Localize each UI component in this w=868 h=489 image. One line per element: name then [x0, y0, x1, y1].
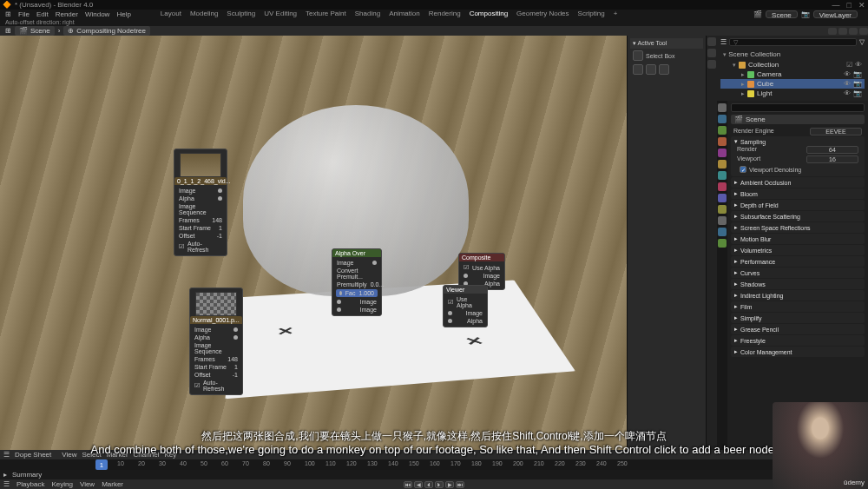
play-button[interactable]: ⏵ — [435, 481, 444, 488]
chevron-down-icon[interactable]: ▾ — [633, 40, 636, 46]
funnel-icon[interactable] — [859, 28, 868, 35]
field-offset[interactable]: Offset-1 — [192, 371, 240, 379]
render-icon[interactable]: 📷 — [853, 89, 862, 97]
prop-tab-constraints[interactable] — [718, 205, 727, 214]
render-engine-dropdown[interactable]: EEVEE — [810, 128, 862, 135]
field-frames[interactable]: Frames148 — [192, 355, 240, 363]
menu-file[interactable]: File — [18, 10, 30, 18]
section-performance[interactable]: ▸Performance — [734, 258, 861, 265]
tool-sub-icon-3[interactable] — [659, 64, 669, 75]
menu-playback[interactable]: Playback — [16, 480, 44, 488]
compositor-viewport[interactable]: 0_1_1_2_468_vid... Image Alpha Image Seq… — [0, 36, 627, 450]
visibility-icon[interactable]: 👁 — [844, 80, 851, 88]
workspace-geonodes[interactable]: Geometry Nodes — [516, 10, 569, 18]
checkbox-use-alpha[interactable]: ☑ Use Alpha — [445, 295, 485, 309]
section-curves[interactable]: ▸Curves — [734, 269, 861, 276]
node-image-2[interactable]: Normal_0001.p... Image Alpha Image Seque… — [189, 287, 243, 395]
jump-end-button[interactable]: ⏭ — [456, 481, 464, 488]
prop-tab-physics[interactable] — [718, 194, 727, 202]
render-icon[interactable]: 📷 — [853, 70, 862, 78]
breadcrumb-nodetree[interactable]: ⊕ Compositing Nodetree — [63, 26, 150, 36]
editor-type-dopesheet-icon[interactable]: ☰ — [3, 451, 10, 459]
outliner-scene-collection[interactable]: ▾ Scene Collection — [720, 49, 865, 60]
socket-image-2[interactable]: Image — [334, 306, 379, 314]
section-indirect[interactable]: ▸Indirect Lighting — [734, 292, 861, 299]
prop-tab-object[interactable] — [718, 160, 727, 169]
render-icon[interactable]: 👁 — [855, 61, 862, 69]
prop-tab-data[interactable] — [718, 216, 727, 225]
section-bloom[interactable]: ▸Bloom — [734, 190, 861, 197]
prop-tab-texture[interactable] — [718, 239, 727, 248]
workspace-layout[interactable]: Layout — [161, 10, 181, 18]
menu-edit[interactable]: Edit — [36, 10, 49, 18]
funnel-icon[interactable]: ▽ — [859, 38, 865, 46]
workspace-texture[interactable]: Texture Paint — [306, 10, 346, 18]
strip-icon-1[interactable] — [707, 37, 716, 46]
menu-marker[interactable]: Marker — [102, 480, 123, 488]
next-keyframe-button[interactable]: ▶ — [445, 481, 454, 488]
scene-selector[interactable]: Scene — [766, 10, 798, 18]
maximize-button[interactable]: □ — [847, 1, 852, 10]
select-box-icon[interactable] — [633, 50, 643, 61]
prop-tab-world[interactable] — [718, 149, 727, 157]
prop-tab-particles[interactable] — [718, 182, 727, 191]
menu-key[interactable]: Key — [164, 451, 176, 459]
section-dof[interactable]: ▸Depth of Field — [734, 202, 861, 208]
section-sampling[interactable]: ▾Sampling — [734, 138, 861, 145]
node-image-1[interactable]: 0_1_1_2_468_vid... Image Alpha Image Seq… — [174, 149, 227, 256]
node-viewer[interactable]: Viewer ☑ Use Alpha Image Alpha — [443, 285, 488, 327]
tool-button-2[interactable] — [838, 28, 847, 35]
checkbox-auto-refresh[interactable]: ☑ Auto-Refresh — [192, 379, 240, 393]
menu-select[interactable]: Select — [82, 451, 101, 459]
socket-alpha-out[interactable]: Alpha — [176, 195, 225, 202]
socket-image-out[interactable]: Image — [334, 259, 379, 267]
section-film[interactable]: ▸Film — [734, 303, 861, 310]
section-color-mgmt[interactable]: ▸Color Management — [734, 348, 861, 355]
field-convert-premul[interactable]: Convert Premult... — [334, 267, 379, 281]
properties-scene-label[interactable]: 🎬 Scene — [731, 115, 865, 124]
expand-icon[interactable]: ▸ — [3, 471, 7, 479]
tool-button-1[interactable] — [828, 28, 837, 35]
section-simplify[interactable]: ▸Simplify — [734, 314, 861, 321]
socket-image-1[interactable]: Image — [334, 298, 379, 306]
field-start[interactable]: Start Frame1 — [192, 363, 240, 371]
field-image-source[interactable]: Image Sequence — [192, 341, 240, 355]
tool-sub-icon-2[interactable] — [646, 64, 656, 75]
workspace-compositing[interactable]: Compositing — [470, 10, 508, 18]
menu-view[interactable]: View — [62, 451, 76, 459]
field-premultiply[interactable]: Premultiply0.0... — [334, 281, 379, 288]
menu-render[interactable]: Render — [56, 10, 78, 18]
section-grease[interactable]: ▸Grease Pencil — [734, 326, 861, 333]
prop-tab-modifiers[interactable] — [718, 171, 727, 180]
field-offset[interactable]: Offset-1 — [176, 232, 225, 240]
breadcrumb-scene[interactable]: 🎬 Scene — [15, 26, 55, 36]
viewlayer-selector[interactable]: ViewLayer — [813, 10, 858, 18]
close-button[interactable]: ✕ — [858, 1, 865, 10]
outliner-search-input[interactable] — [729, 38, 857, 46]
minimize-button[interactable]: — — [832, 1, 840, 10]
section-volumetrics[interactable]: ▸Volumetrics — [734, 247, 861, 254]
outliner-item-camera[interactable]: ▸ Camera 👁📷 — [720, 69, 865, 79]
menu-window[interactable]: Window — [85, 10, 109, 18]
section-ssr[interactable]: ▸Screen Space Reflections — [734, 224, 861, 231]
editor-type-timeline-icon[interactable]: ☰ — [3, 480, 10, 488]
workspace-animation[interactable]: Animation — [389, 10, 420, 18]
socket-fac[interactable]: Fac1.000 — [336, 289, 378, 297]
field-image-source[interactable]: Image Sequence — [176, 202, 225, 216]
prop-tab-material[interactable] — [718, 228, 727, 236]
outliner-item-collection[interactable]: ▾ Collection ☑👁 — [720, 60, 865, 69]
field-start[interactable]: Start Frame1 — [176, 224, 225, 232]
tool-sub-icon-1[interactable] — [633, 64, 643, 75]
workspace-add[interactable]: + — [614, 10, 618, 18]
socket-alpha-out[interactable]: Alpha — [192, 334, 240, 341]
viewport-samples-field[interactable]: 16 — [806, 155, 858, 163]
strip-icon-3[interactable] — [707, 60, 716, 69]
workspace-sculpting[interactable]: Sculpting — [227, 10, 255, 18]
viewport-denoise-checkbox[interactable]: ✓ — [740, 166, 746, 173]
checkbox-auto-refresh[interactable]: ☑ Auto-Refresh — [176, 240, 225, 254]
node-alpha-over[interactable]: Alpha Over Image Convert Premult... Prem… — [332, 248, 382, 316]
prop-tab-render[interactable] — [718, 103, 727, 112]
section-shadows[interactable]: ▸Shadows — [734, 281, 861, 287]
strip-icon-2[interactable] — [707, 49, 716, 57]
workspace-shading[interactable]: Shading — [355, 10, 380, 18]
